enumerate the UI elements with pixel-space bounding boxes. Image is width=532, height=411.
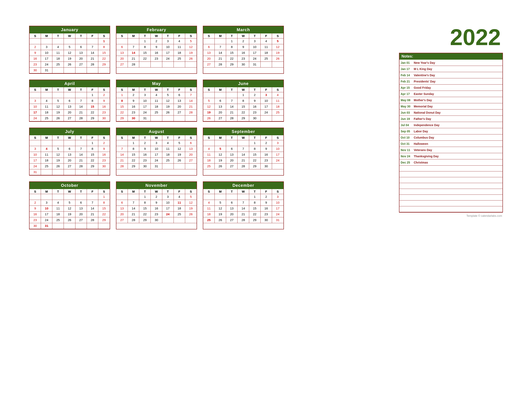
notes-event: Thanksgiving Day bbox=[413, 154, 439, 159]
day-label: W bbox=[238, 135, 249, 140]
cal-cell-empty bbox=[185, 62, 197, 67]
cal-cell: 29 bbox=[238, 115, 249, 121]
cal-cell: 29 bbox=[87, 163, 98, 169]
cal-cell-empty bbox=[203, 194, 215, 200]
cal-cell: 29 bbox=[98, 62, 110, 67]
cal-cell: 13 bbox=[215, 104, 226, 110]
cal-cell: 8 bbox=[249, 200, 261, 206]
cal-cell: 6 bbox=[203, 44, 215, 50]
cal-cell-empty bbox=[87, 67, 98, 73]
cal-cell: 16 bbox=[261, 206, 272, 211]
cal-cell: 11 bbox=[261, 44, 272, 50]
day-label: F bbox=[174, 189, 185, 194]
cal-cell: 19 bbox=[162, 104, 174, 110]
cal-cell: 23 bbox=[151, 56, 162, 62]
cal-cell: 16 bbox=[261, 152, 272, 158]
notes-date: Dec 25 bbox=[399, 160, 413, 165]
notes-holiday-row: Oct 10Columbus Day bbox=[399, 134, 503, 141]
cal-cell: 3 bbox=[272, 194, 284, 200]
cal-cell: 24 bbox=[261, 110, 272, 115]
cal-cell-empty bbox=[64, 169, 75, 175]
cal-cell: 24 bbox=[249, 56, 261, 62]
cal-cell: 30 bbox=[151, 217, 162, 223]
cal-cell: 1 bbox=[87, 140, 98, 146]
cal-cell: 15 bbox=[128, 152, 139, 158]
day-label: W bbox=[151, 189, 162, 194]
cal-cell: 12 bbox=[215, 206, 226, 211]
cal-cell: 12 bbox=[185, 44, 197, 50]
cal-cell: 10 bbox=[139, 98, 151, 104]
month-header: May bbox=[116, 80, 197, 87]
notes-event: New Year's Day bbox=[413, 60, 436, 65]
cal-cell: 25 bbox=[52, 217, 64, 223]
cal-cell: 14 bbox=[185, 98, 197, 104]
cal-cell: 2 bbox=[128, 92, 139, 98]
cal-cell: 1 bbox=[139, 194, 151, 200]
cal-cell: 16 bbox=[98, 104, 110, 110]
day-label: T bbox=[249, 33, 261, 38]
day-label: M bbox=[41, 135, 52, 140]
cal-cell: 22 bbox=[87, 158, 98, 163]
cal-cell: 13 bbox=[185, 146, 197, 152]
cal-cell: 14 bbox=[76, 152, 87, 158]
cal-cell: 18 bbox=[174, 50, 185, 56]
cal-cell: 4 bbox=[174, 38, 185, 44]
cal-cell-empty bbox=[185, 115, 197, 121]
day-label: T bbox=[226, 87, 238, 92]
day-label: W bbox=[151, 87, 162, 92]
cal-cell: 3 bbox=[29, 146, 41, 152]
day-label: T bbox=[162, 189, 174, 194]
cal-cell: 29 bbox=[249, 217, 261, 223]
cal-cell: 12 bbox=[52, 104, 64, 110]
cal-cell: 18 bbox=[151, 104, 162, 110]
day-label: T bbox=[139, 189, 151, 194]
cal-cell: 8 bbox=[226, 44, 238, 50]
cal-cell: 26 bbox=[162, 110, 174, 115]
day-label: T bbox=[76, 189, 87, 194]
notes-date: Oct 10 bbox=[399, 135, 413, 140]
notes-event: Memorial Day bbox=[413, 104, 434, 109]
notes-date: May 30 bbox=[399, 104, 413, 109]
month-header: December bbox=[203, 182, 284, 189]
cal-cell: 4 bbox=[203, 146, 215, 152]
cal-cell: 18 bbox=[162, 152, 174, 158]
cal-cell: 15 bbox=[139, 206, 151, 211]
day-headers: SMTWTFS bbox=[203, 189, 284, 194]
day-headers: SMTWTFS bbox=[203, 87, 284, 92]
cal-cell: 27 bbox=[226, 163, 238, 169]
cal-cell: 20 bbox=[185, 152, 197, 158]
day-headers: SMTWTFS bbox=[29, 135, 110, 140]
month-header: June bbox=[203, 80, 284, 87]
cal-cell: 25 bbox=[203, 217, 215, 223]
day-label: T bbox=[76, 87, 87, 92]
cal-cell: 23 bbox=[98, 158, 110, 163]
cal-cell-empty bbox=[261, 62, 272, 67]
cal-cell: 19 bbox=[64, 56, 75, 62]
cal-cell-empty bbox=[52, 92, 64, 98]
cal-cell: 29 bbox=[139, 217, 151, 223]
day-label: F bbox=[174, 33, 185, 38]
cal-cell: 12 bbox=[52, 152, 64, 158]
day-label: F bbox=[261, 33, 272, 38]
cal-cell-empty bbox=[116, 38, 128, 44]
cal-cell-empty bbox=[162, 217, 174, 223]
cal-cell-empty bbox=[41, 92, 52, 98]
cal-cell: 14 bbox=[215, 50, 226, 56]
cal-cell: 25 bbox=[151, 110, 162, 115]
cal-cell: 4 bbox=[52, 200, 64, 206]
cal-cell-empty bbox=[76, 194, 87, 200]
notes-event: National Donut Day bbox=[413, 110, 441, 115]
cal-cell: 7 bbox=[128, 44, 139, 50]
cal-cell: 29 bbox=[249, 163, 261, 169]
cal-cell: 8 bbox=[98, 44, 110, 50]
cal-cell: 30 bbox=[261, 217, 272, 223]
cal-cell: 25 bbox=[272, 110, 284, 115]
cal-cell: 28 bbox=[76, 115, 87, 121]
month-calendar-may: MaySMTWTFS123456789101112131415161718192… bbox=[116, 80, 197, 122]
cal-cell: 5 bbox=[64, 44, 75, 50]
cal-cell: 25 bbox=[203, 163, 215, 169]
cal-cell: 11 bbox=[203, 206, 215, 211]
cal-cell: 5 bbox=[215, 200, 226, 206]
cal-cell: 3 bbox=[139, 92, 151, 98]
cal-cell: 6 bbox=[76, 200, 87, 206]
